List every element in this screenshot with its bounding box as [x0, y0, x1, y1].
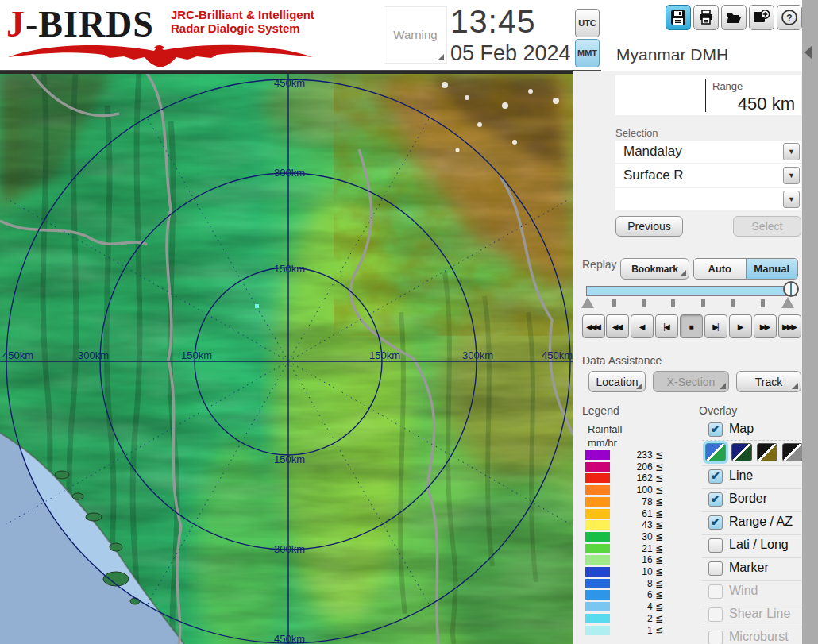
- ring-label: 450km: [274, 77, 305, 89]
- timeline-end-marker[interactable]: [781, 297, 794, 308]
- ring-label: 150km: [369, 349, 400, 361]
- legend-row: 1 ≦: [585, 626, 677, 636]
- legend-threshold: 8 ≦: [612, 578, 663, 589]
- legend-color-swatch: [585, 555, 610, 565]
- save-icon: [670, 10, 686, 25]
- logo-tagline: JRC-Brilliant & Intelligent Radar Dialog…: [171, 8, 318, 35]
- stop-button[interactable]: ■: [680, 314, 703, 338]
- range-divider: [705, 79, 706, 112]
- timeline-tick: [731, 299, 735, 307]
- legend-threshold: 233 ≦: [612, 449, 663, 461]
- x-section-button[interactable]: X-Section: [653, 371, 729, 392]
- overlay-row-shear-line: Shear Line: [702, 607, 802, 626]
- legend-color-swatch: [585, 544, 610, 553]
- legend-color-swatch: [585, 602, 610, 611]
- range-label: Range: [712, 80, 743, 92]
- legend-threshold: 43 ≦: [612, 519, 663, 530]
- legend-threshold: 61 ≦: [612, 508, 663, 519]
- ring-label: 450km: [542, 349, 573, 361]
- legend-threshold: 100 ≦: [612, 484, 663, 496]
- overlay-row-line: Line: [702, 469, 802, 488]
- legend-color-swatch: [585, 509, 610, 519]
- open-folder-button[interactable]: [721, 5, 747, 30]
- location-button[interactable]: Location: [588, 371, 646, 392]
- track-button[interactable]: Track: [736, 371, 801, 392]
- product-dropdown[interactable]: Surface R ▼: [615, 164, 801, 187]
- legend-row: 61 ≦: [585, 509, 677, 519]
- manual-mode-button[interactable]: Manual: [746, 259, 798, 279]
- select-button[interactable]: Select: [733, 216, 801, 237]
- radar-map[interactable]: 450km 300km 150km 150km 300km 450km 450k…: [0, 71, 573, 644]
- ring-label: 300km: [274, 543, 305, 555]
- timeline-tick: [642, 299, 646, 307]
- legend-color-swatch: [585, 520, 610, 530]
- range-az-checkbox[interactable]: [708, 515, 723, 530]
- header-bar: J-BIRDS JRC-Brilliant & Intelligent Rada…: [0, 0, 802, 71]
- legend-threshold: 16 ≦: [612, 554, 663, 565]
- map-checkbox[interactable]: [708, 422, 723, 437]
- selection-label: Selection: [615, 127, 658, 139]
- ring-label: 150km: [181, 349, 212, 361]
- chevron-down-icon[interactable]: ▼: [783, 167, 800, 184]
- timeline-tick: [701, 299, 705, 307]
- svg-text:?: ?: [786, 13, 792, 24]
- overlay-label: Overlay: [699, 404, 737, 417]
- legend-row: 10 ≦: [585, 567, 677, 577]
- range-value: 450 km: [738, 94, 795, 114]
- timeline-start-marker[interactable]: [581, 297, 594, 308]
- legend-threshold: 4 ≦: [612, 601, 663, 612]
- capture-add-button[interactable]: [749, 5, 774, 30]
- legend-color-swatch: [585, 579, 610, 588]
- rewind-fast-button[interactable]: ◀◀◀: [582, 314, 605, 338]
- legend-title: Rainfall: [588, 423, 622, 435]
- ring-label: 300km: [274, 167, 305, 179]
- lati-long-checkbox[interactable]: [708, 538, 723, 553]
- legend-color-swatch: [585, 590, 610, 600]
- previous-button[interactable]: Previous: [615, 216, 683, 237]
- replay-timeline-handle[interactable]: [783, 281, 799, 297]
- overlay-row-wind: Wind: [702, 584, 802, 603]
- site-dropdown[interactable]: Mandalay ▼: [615, 141, 801, 163]
- replay-timeline-track[interactable]: [586, 286, 797, 296]
- utc-button[interactable]: UTC: [575, 9, 600, 37]
- open-folder-icon: [726, 10, 742, 25]
- option-dropdown[interactable]: ▼: [615, 188, 801, 210]
- print-button[interactable]: [693, 5, 719, 30]
- help-icon: ?: [781, 9, 798, 26]
- forward-fast-button[interactable]: ▶▶▶: [778, 314, 801, 338]
- border-checkbox[interactable]: [708, 492, 723, 507]
- bookmark-button[interactable]: Bookmark: [620, 258, 689, 280]
- map-style-swatch[interactable]: [705, 443, 726, 461]
- legend-threshold: 162 ≦: [612, 472, 663, 484]
- line-checkbox[interactable]: [708, 469, 723, 484]
- capture-add-icon: [753, 9, 770, 26]
- data-assistance-label: Data Assistance: [582, 354, 662, 367]
- auto-mode-button[interactable]: Auto: [694, 259, 746, 279]
- save-button[interactable]: [666, 5, 691, 30]
- forward-button[interactable]: ▶▶: [754, 314, 777, 338]
- map-style-swatch[interactable]: [782, 443, 803, 461]
- ring-label: 150km: [274, 453, 305, 465]
- chevron-down-icon[interactable]: ▼: [783, 143, 800, 160]
- chevron-down-icon[interactable]: ▼: [783, 191, 800, 208]
- map-style-swatch[interactable]: [731, 443, 752, 461]
- legend-row: 6 ≦: [585, 590, 677, 600]
- play-button[interactable]: ▶: [729, 314, 752, 338]
- warning-button[interactable]: Warning: [384, 6, 447, 64]
- map-style-swatch[interactable]: [757, 443, 777, 461]
- legend-threshold: 6 ≦: [612, 589, 663, 600]
- step-forward-button[interactable]: ▶|: [704, 314, 727, 338]
- overlay-row-microburst: Microburst: [702, 630, 802, 644]
- legend-color-swatch: [585, 462, 610, 472]
- legend-row: 30 ≦: [585, 532, 677, 542]
- legend-threshold: 206 ≦: [612, 461, 663, 472]
- marker-checkbox[interactable]: [708, 561, 723, 576]
- mmt-button[interactable]: MMT: [575, 39, 600, 67]
- legend-row: 4 ≦: [585, 602, 677, 612]
- collapse-panel-icon[interactable]: [804, 45, 812, 60]
- step-back-button[interactable]: |◀: [655, 314, 678, 338]
- help-button[interactable]: ?: [777, 5, 802, 30]
- rewind-button[interactable]: ◀◀: [606, 314, 629, 338]
- play-backward-button[interactable]: ◀: [631, 314, 654, 338]
- legend-color-swatch: [585, 485, 610, 495]
